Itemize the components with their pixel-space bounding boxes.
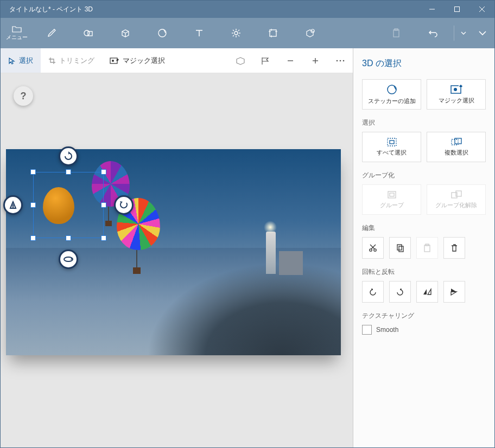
- smooth-checkbox[interactable]: [362, 325, 372, 335]
- subtool-select[interactable]: 選択: [1, 48, 41, 73]
- rotate-left-button[interactable]: [362, 281, 384, 303]
- more-button[interactable]: [328, 48, 353, 73]
- divider: [454, 25, 454, 41]
- multi-select-button[interactable]: 複数選択: [427, 132, 486, 162]
- svg-point-34: [388, 85, 396, 94]
- effects-icon: [231, 28, 242, 39]
- menu-button[interactable]: メニュー: [1, 18, 33, 48]
- svg-point-29: [337, 60, 338, 61]
- smooth-row[interactable]: Smooth: [362, 325, 486, 335]
- subtool-crop-label: トリミング: [59, 56, 94, 66]
- close-button[interactable]: [469, 1, 494, 18]
- handle-top-left[interactable]: [30, 169, 36, 175]
- svg-line-12: [233, 30, 234, 31]
- tool-3d-library[interactable]: [291, 18, 328, 48]
- title-bar: タイトルなし* - ペイント 3D: [1, 1, 494, 18]
- maximize-button[interactable]: [445, 1, 469, 18]
- add-sticker-button[interactable]: ステッカーの追加: [362, 79, 421, 110]
- add-sticker-label: ステッカーの追加: [368, 97, 416, 105]
- tool-effects[interactable]: [218, 18, 255, 48]
- section-rotate-label: 回転と反転: [362, 267, 486, 277]
- minimize-button[interactable]: [420, 1, 445, 18]
- tool-canvas[interactable]: [255, 18, 291, 48]
- rotate-right-icon: [395, 287, 405, 296]
- svg-rect-22: [394, 30, 399, 37]
- paste-button[interactable]: [378, 18, 415, 48]
- history-dropdown[interactable]: [456, 18, 471, 48]
- paste-panel-button: [416, 237, 438, 259]
- tool-brushes[interactable]: [33, 18, 70, 48]
- subtool-crop[interactable]: トリミング: [41, 48, 102, 73]
- scene-light-glow: [264, 221, 277, 234]
- select-all-icon: [387, 138, 397, 146]
- more-icon: [336, 60, 345, 62]
- section-select-label: 選択: [362, 118, 486, 127]
- handle-bot-right[interactable]: [101, 235, 106, 241]
- scene-lighthouse: [266, 232, 276, 274]
- library-icon: [304, 28, 315, 39]
- select-all-label: すべて選択: [377, 149, 407, 157]
- handle-mid-left[interactable]: [30, 202, 36, 208]
- tool-3d-shapes[interactable]: [107, 18, 144, 48]
- handle-bot-left[interactable]: [30, 235, 36, 241]
- expand-button[interactable]: [471, 18, 494, 48]
- flip-vertical-button[interactable]: [443, 281, 465, 303]
- section-texture-label: テクスチャリング: [362, 311, 486, 321]
- svg-line-14: [238, 30, 239, 31]
- select-all-button[interactable]: すべて選択: [362, 132, 421, 162]
- cut-button[interactable]: [362, 237, 384, 259]
- svg-point-6: [158, 29, 166, 37]
- flip-horizontal-button[interactable]: [416, 281, 438, 303]
- canvas-viewport[interactable]: ?: [1, 73, 353, 447]
- rotate-left-icon: [368, 287, 378, 296]
- depth-handle[interactable]: [3, 195, 23, 215]
- handle-top-right[interactable]: [101, 169, 106, 175]
- folder-icon: [12, 25, 22, 33]
- view-mixed-button[interactable]: [253, 48, 278, 73]
- svg-point-46: [370, 249, 372, 251]
- svg-point-47: [374, 249, 376, 251]
- zoom-out-button[interactable]: [278, 48, 303, 73]
- rotate-z-handle[interactable]: [59, 146, 78, 166]
- tool-2d-shapes[interactable]: [70, 18, 107, 48]
- group-icon: [387, 190, 397, 199]
- minus-icon: [287, 57, 294, 65]
- cube-icon: [120, 28, 131, 39]
- svg-rect-39: [390, 140, 394, 144]
- magic-select-icon: [110, 57, 119, 65]
- view-3d-button[interactable]: [228, 48, 253, 73]
- handle-bot-mid[interactable]: [66, 235, 71, 241]
- handle-mid-right[interactable]: [101, 202, 106, 208]
- selection-box[interactable]: [33, 172, 104, 238]
- undo-button[interactable]: [415, 18, 452, 48]
- handle-top-mid[interactable]: [66, 169, 71, 175]
- tool-text[interactable]: [181, 18, 218, 48]
- tool-stickers[interactable]: [144, 18, 181, 48]
- side-panel: 3D の選択 ステッカーの追加 マジック選択 選択: [353, 48, 494, 447]
- svg-line-15: [233, 35, 234, 36]
- paste-icon: [391, 28, 401, 38]
- ungroup-label: グループ化解除: [435, 201, 477, 209]
- rotate-y-handle[interactable]: [114, 195, 134, 215]
- magic-select-button[interactable]: マジック選択: [427, 79, 486, 110]
- multi-select-icon: [451, 138, 462, 146]
- svg-rect-52: [424, 245, 430, 252]
- svg-rect-1: [455, 7, 460, 12]
- undo-icon: [428, 28, 439, 39]
- svg-point-7: [234, 31, 238, 35]
- view-3d-icon: [236, 56, 245, 65]
- rotate-right-button[interactable]: [389, 281, 411, 303]
- flag-icon: [261, 56, 270, 65]
- close-icon: [479, 7, 485, 12]
- delete-button[interactable]: [443, 237, 465, 259]
- subtool-magic-select[interactable]: マジック選択: [102, 48, 173, 73]
- svg-rect-42: [388, 191, 396, 198]
- scene-building: [279, 251, 303, 275]
- minimize-icon: [429, 7, 435, 12]
- svg-rect-38: [388, 138, 396, 146]
- copy-button[interactable]: [389, 237, 411, 259]
- help-button[interactable]: ?: [14, 86, 33, 106]
- zoom-in-button[interactable]: [303, 48, 328, 73]
- rotate-x-handle[interactable]: [59, 249, 78, 269]
- panel-title: 3D の選択: [362, 58, 486, 69]
